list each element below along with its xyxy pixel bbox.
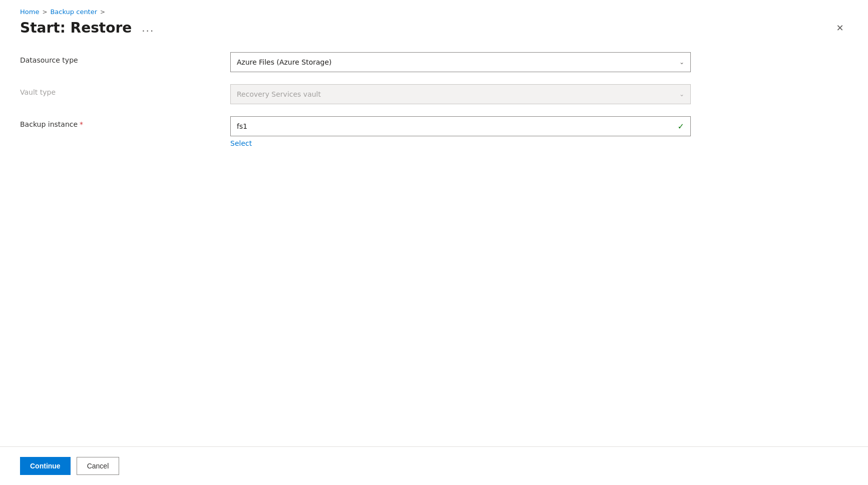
page-title: Start: Restore: [20, 20, 132, 36]
datasource-type-value: Azure Files (Azure Storage): [237, 58, 332, 66]
vault-type-control: Recovery Services vault ⌄: [230, 84, 691, 104]
backup-instance-row: Backup instance * fs1 ✓ Select: [20, 116, 848, 148]
header-left: Start: Restore ...: [20, 20, 158, 36]
page-header: Start: Restore ... ✕: [20, 20, 848, 36]
footer: Continue Cancel: [0, 446, 868, 485]
datasource-type-control: Azure Files (Azure Storage) ⌄: [230, 52, 691, 72]
close-button[interactable]: ✕: [832, 20, 848, 36]
form-content: Datasource type Azure Files (Azure Stora…: [20, 52, 848, 446]
datasource-type-dropdown[interactable]: Azure Files (Azure Storage) ⌄: [230, 52, 691, 72]
select-link[interactable]: Select: [230, 139, 252, 147]
continue-button[interactable]: Continue: [20, 457, 71, 475]
breadcrumb: Home > Backup center >: [20, 8, 848, 16]
vault-type-row: Vault type Recovery Services vault ⌄: [20, 84, 848, 104]
backup-instance-label: Backup instance *: [20, 116, 230, 128]
more-options-button[interactable]: ...: [138, 20, 158, 36]
required-indicator: *: [80, 120, 83, 128]
backup-instance-control: fs1 ✓ Select: [230, 116, 691, 148]
vault-type-dropdown[interactable]: Recovery Services vault ⌄: [230, 84, 691, 104]
datasource-type-label: Datasource type: [20, 52, 230, 64]
breadcrumb-home-link[interactable]: Home: [20, 8, 39, 16]
backup-instance-field: fs1 ✓: [230, 116, 691, 136]
cancel-button[interactable]: Cancel: [77, 457, 120, 475]
datasource-type-row: Datasource type Azure Files (Azure Stora…: [20, 52, 848, 72]
vault-type-placeholder: Recovery Services vault: [237, 90, 321, 98]
breadcrumb-separator-1: >: [42, 9, 47, 16]
backup-instance-value: fs1: [237, 122, 247, 130]
vault-type-chevron-icon: ⌄: [679, 91, 684, 98]
datasource-type-chevron-icon: ⌄: [679, 59, 684, 66]
vault-type-label: Vault type: [20, 84, 230, 96]
backup-instance-check-icon: ✓: [678, 122, 684, 131]
breadcrumb-separator-2: >: [100, 9, 105, 16]
breadcrumb-backup-center-link[interactable]: Backup center: [50, 8, 97, 16]
